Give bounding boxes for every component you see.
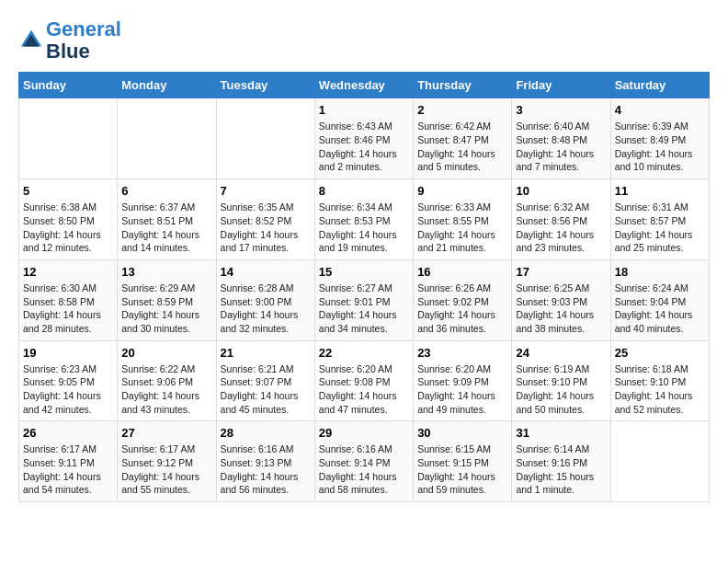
day-info: Sunrise: 6:27 AM Sunset: 9:01 PM Dayligh… bbox=[319, 282, 409, 336]
day-number: 3 bbox=[516, 103, 606, 117]
day-number: 24 bbox=[516, 346, 606, 360]
day-info: Sunrise: 6:15 AM Sunset: 9:15 PM Dayligh… bbox=[417, 442, 507, 497]
day-number: 20 bbox=[121, 346, 211, 360]
logo: General Blue bbox=[18, 18, 121, 63]
day-info: Sunrise: 6:20 AM Sunset: 9:09 PM Dayligh… bbox=[417, 362, 507, 417]
weekday-header: Friday bbox=[512, 73, 610, 98]
day-info: Sunrise: 6:42 AM Sunset: 8:47 PM Dayligh… bbox=[417, 120, 507, 174]
day-number: 9 bbox=[417, 184, 507, 198]
day-info: Sunrise: 6:43 AM Sunset: 8:46 PM Dayligh… bbox=[319, 120, 409, 174]
calendar-cell: 13Sunrise: 6:29 AM Sunset: 8:59 PM Dayli… bbox=[118, 259, 216, 340]
calendar-cell: 27Sunrise: 6:17 AM Sunset: 9:12 PM Dayli… bbox=[118, 421, 216, 502]
calendar-cell: 2Sunrise: 6:42 AM Sunset: 8:47 PM Daylig… bbox=[414, 98, 512, 179]
calendar-cell: 26Sunrise: 6:17 AM Sunset: 9:11 PM Dayli… bbox=[19, 421, 118, 502]
calendar-cell: 28Sunrise: 6:16 AM Sunset: 9:13 PM Dayli… bbox=[216, 421, 314, 502]
calendar-cell: 10Sunrise: 6:32 AM Sunset: 8:56 PM Dayli… bbox=[512, 179, 610, 260]
day-number: 12 bbox=[23, 265, 113, 279]
day-info: Sunrise: 6:17 AM Sunset: 9:11 PM Dayligh… bbox=[23, 442, 113, 497]
day-number: 15 bbox=[319, 265, 409, 279]
calendar-cell: 7Sunrise: 6:35 AM Sunset: 8:52 PM Daylig… bbox=[216, 179, 314, 260]
day-info: Sunrise: 6:18 AM Sunset: 9:10 PM Dayligh… bbox=[615, 362, 705, 417]
day-info: Sunrise: 6:38 AM Sunset: 8:50 PM Dayligh… bbox=[23, 201, 113, 255]
day-number: 4 bbox=[615, 103, 705, 117]
day-info: Sunrise: 6:19 AM Sunset: 9:10 PM Dayligh… bbox=[516, 362, 606, 417]
day-number: 18 bbox=[615, 265, 705, 279]
day-info: Sunrise: 6:16 AM Sunset: 9:14 PM Dayligh… bbox=[319, 442, 409, 497]
day-info: Sunrise: 6:14 AM Sunset: 9:16 PM Dayligh… bbox=[516, 442, 606, 497]
day-number: 14 bbox=[221, 265, 311, 279]
calendar-week-row: 19Sunrise: 6:23 AM Sunset: 9:05 PM Dayli… bbox=[19, 340, 710, 421]
day-info: Sunrise: 6:26 AM Sunset: 9:02 PM Dayligh… bbox=[417, 282, 507, 336]
day-number: 13 bbox=[121, 265, 211, 279]
calendar-cell: 30Sunrise: 6:15 AM Sunset: 9:15 PM Dayli… bbox=[414, 421, 512, 502]
calendar-cell: 4Sunrise: 6:39 AM Sunset: 8:49 PM Daylig… bbox=[610, 98, 709, 179]
day-number: 25 bbox=[615, 346, 705, 360]
day-info: Sunrise: 6:31 AM Sunset: 8:57 PM Dayligh… bbox=[615, 201, 705, 255]
calendar-week-row: 26Sunrise: 6:17 AM Sunset: 9:11 PM Dayli… bbox=[19, 421, 710, 502]
day-info: Sunrise: 6:39 AM Sunset: 8:49 PM Dayligh… bbox=[615, 120, 705, 174]
day-info: Sunrise: 6:21 AM Sunset: 9:07 PM Dayligh… bbox=[221, 362, 311, 417]
day-number: 17 bbox=[516, 265, 606, 279]
day-number: 27 bbox=[121, 426, 211, 440]
calendar-cell bbox=[610, 421, 709, 502]
logo-text: General Blue bbox=[46, 18, 121, 63]
weekday-header: Monday bbox=[118, 73, 216, 98]
day-info: Sunrise: 6:16 AM Sunset: 9:13 PM Dayligh… bbox=[221, 442, 311, 497]
day-number: 29 bbox=[319, 426, 409, 440]
day-number: 5 bbox=[23, 184, 113, 198]
calendar-cell: 15Sunrise: 6:27 AM Sunset: 9:01 PM Dayli… bbox=[314, 259, 413, 340]
day-info: Sunrise: 6:28 AM Sunset: 9:00 PM Dayligh… bbox=[221, 282, 311, 336]
day-number: 19 bbox=[23, 346, 113, 360]
logo-icon bbox=[18, 28, 44, 53]
weekday-header: Wednesday bbox=[314, 73, 413, 98]
day-info: Sunrise: 6:20 AM Sunset: 9:08 PM Dayligh… bbox=[319, 362, 409, 417]
day-info: Sunrise: 6:34 AM Sunset: 8:53 PM Dayligh… bbox=[319, 201, 409, 255]
day-info: Sunrise: 6:24 AM Sunset: 9:04 PM Dayligh… bbox=[615, 282, 705, 336]
calendar-cell bbox=[118, 98, 216, 179]
calendar-cell: 1Sunrise: 6:43 AM Sunset: 8:46 PM Daylig… bbox=[314, 98, 413, 179]
calendar-cell: 21Sunrise: 6:21 AM Sunset: 9:07 PM Dayli… bbox=[216, 340, 314, 421]
day-number: 31 bbox=[516, 426, 606, 440]
day-info: Sunrise: 6:23 AM Sunset: 9:05 PM Dayligh… bbox=[23, 362, 113, 417]
weekday-header: Sunday bbox=[19, 73, 118, 98]
calendar-cell: 8Sunrise: 6:34 AM Sunset: 8:53 PM Daylig… bbox=[314, 179, 413, 260]
day-info: Sunrise: 6:40 AM Sunset: 8:48 PM Dayligh… bbox=[516, 120, 606, 174]
calendar-cell: 3Sunrise: 6:40 AM Sunset: 8:48 PM Daylig… bbox=[512, 98, 610, 179]
calendar-cell: 17Sunrise: 6:25 AM Sunset: 9:03 PM Dayli… bbox=[512, 259, 610, 340]
day-info: Sunrise: 6:33 AM Sunset: 8:55 PM Dayligh… bbox=[417, 201, 507, 255]
calendar-cell: 25Sunrise: 6:18 AM Sunset: 9:10 PM Dayli… bbox=[610, 340, 709, 421]
day-number: 6 bbox=[121, 184, 211, 198]
day-info: Sunrise: 6:17 AM Sunset: 9:12 PM Dayligh… bbox=[121, 442, 211, 497]
calendar-cell: 5Sunrise: 6:38 AM Sunset: 8:50 PM Daylig… bbox=[19, 179, 118, 260]
day-number: 16 bbox=[417, 265, 507, 279]
day-number: 1 bbox=[319, 103, 409, 117]
day-info: Sunrise: 6:22 AM Sunset: 9:06 PM Dayligh… bbox=[121, 362, 211, 417]
calendar-cell: 23Sunrise: 6:20 AM Sunset: 9:09 PM Dayli… bbox=[414, 340, 512, 421]
calendar-cell: 12Sunrise: 6:30 AM Sunset: 8:58 PM Dayli… bbox=[19, 259, 118, 340]
day-info: Sunrise: 6:37 AM Sunset: 8:51 PM Dayligh… bbox=[121, 201, 211, 255]
day-number: 30 bbox=[417, 426, 507, 440]
calendar-cell: 18Sunrise: 6:24 AM Sunset: 9:04 PM Dayli… bbox=[610, 259, 709, 340]
calendar-cell: 9Sunrise: 6:33 AM Sunset: 8:55 PM Daylig… bbox=[414, 179, 512, 260]
day-number: 2 bbox=[417, 103, 507, 117]
day-number: 21 bbox=[221, 346, 311, 360]
calendar-cell: 22Sunrise: 6:20 AM Sunset: 9:08 PM Dayli… bbox=[314, 340, 413, 421]
calendar-table: SundayMondayTuesdayWednesdayThursdayFrid… bbox=[18, 72, 710, 502]
calendar-cell: 16Sunrise: 6:26 AM Sunset: 9:02 PM Dayli… bbox=[414, 259, 512, 340]
calendar-cell: 6Sunrise: 6:37 AM Sunset: 8:51 PM Daylig… bbox=[118, 179, 216, 260]
weekday-header: Thursday bbox=[414, 73, 512, 98]
day-info: Sunrise: 6:32 AM Sunset: 8:56 PM Dayligh… bbox=[516, 201, 606, 255]
day-number: 11 bbox=[615, 184, 705, 198]
calendar-cell: 24Sunrise: 6:19 AM Sunset: 9:10 PM Dayli… bbox=[512, 340, 610, 421]
calendar-cell bbox=[216, 98, 314, 179]
day-number: 10 bbox=[516, 184, 606, 198]
day-number: 26 bbox=[23, 426, 113, 440]
calendar-cell bbox=[19, 98, 118, 179]
day-number: 23 bbox=[417, 346, 507, 360]
calendar-week-row: 5Sunrise: 6:38 AM Sunset: 8:50 PM Daylig… bbox=[19, 179, 710, 260]
day-number: 28 bbox=[221, 426, 311, 440]
weekday-header: Saturday bbox=[610, 73, 709, 98]
calendar-cell: 31Sunrise: 6:14 AM Sunset: 9:16 PM Dayli… bbox=[512, 421, 610, 502]
calendar-cell: 19Sunrise: 6:23 AM Sunset: 9:05 PM Dayli… bbox=[19, 340, 118, 421]
calendar-cell: 11Sunrise: 6:31 AM Sunset: 8:57 PM Dayli… bbox=[610, 179, 709, 260]
